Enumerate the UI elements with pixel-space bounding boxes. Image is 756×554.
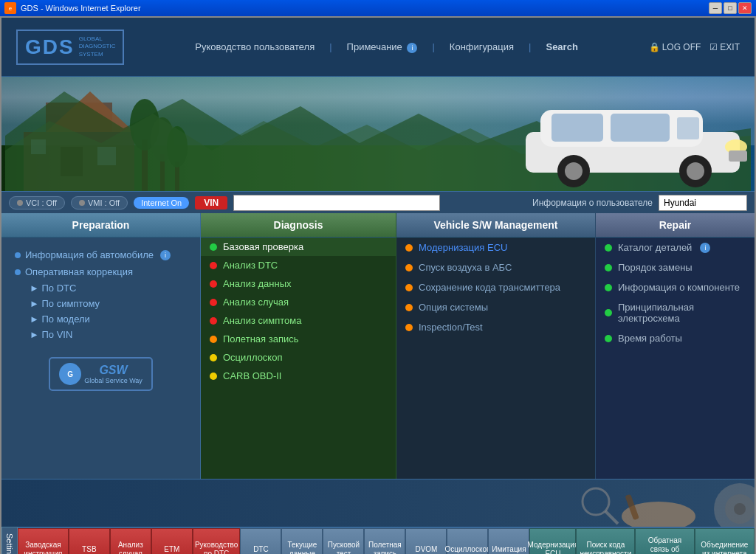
case-dot [210,299,217,306]
catalog-dot [605,244,612,252]
svg-rect-16 [611,114,670,142]
dtc-dot [210,262,217,269]
flight-dot [210,336,217,343]
sub-dtc[interactable]: ► По DTC [25,280,191,296]
toolbar-current-data[interactable]: Текущие данные [281,528,323,554]
toolbar-dtc[interactable]: DTC [240,528,281,554]
header: GDS GLOBAL DIAGNOSTIC SYSTEM Руководство… [1,18,755,77]
oscilloscope-dot [210,354,217,361]
toolbar-case[interactable]: Анализ случая [110,528,151,554]
vsw-option[interactable]: Опция системы [396,297,595,317]
toolbar-integration[interactable]: Объединение из интернета [695,528,755,554]
toolbar-etm[interactable]: ETM [151,528,193,554]
basic-dot [210,243,217,251]
toolbar-flight[interactable]: Полетная запись [364,528,405,554]
titlebar: e GDS - Windows Internet Explorer ─ □ ✕ [0,0,756,16]
toolbar-oscilloscope[interactable]: Осциллоскоп [447,528,488,554]
inspection-dot [405,324,413,331]
toolbar-tsb[interactable]: TSB [69,528,110,554]
vsw-header: Vehicle S/W Management [396,213,595,238]
bottom-area: Setting Заводская инструкция TSB Анализ … [1,527,755,554]
logo-gds: GDS [25,35,75,59]
svg-point-30 [734,503,746,515]
diag-flight[interactable]: Полетная запись [201,330,396,348]
car-info-item[interactable]: Информация об автомобиле i [10,246,191,263]
vsw-transmitter[interactable]: Сохранение кода трансмиттера [396,277,595,297]
close-button[interactable]: ✕ [738,2,752,14]
note-info-icon: i [407,43,417,53]
gsw-text: GSW [84,364,142,377]
user-info-label: Информация о пользователе [532,198,653,208]
transmitter-dot [405,284,413,291]
content-area: Preparation Информация об автомобиле i О… [1,213,755,479]
toolbar-launch-test[interactable]: Пусковой тест [323,528,364,554]
nav-divider-1: | [329,41,331,52]
minimize-button[interactable]: ─ [709,2,722,14]
logo-box: GDS GLOBAL DIAGNOSTIC SYSTEM [16,30,124,65]
repair-schema[interactable]: Принципиальная электросхема [596,297,755,328]
diagnosis-items: Базовая проверка Анализ DTC Анализ данны… [201,238,396,385]
svg-rect-17 [677,117,699,139]
exit-checkbox-icon: ☑ [709,42,718,52]
toolbar-ecu-update[interactable]: Модернизация ECU [529,528,576,554]
vmi-dot [79,200,85,206]
repair-time[interactable]: Время работы [596,328,755,348]
logo-sub3: SYSTEM [79,51,116,58]
maximize-button[interactable]: □ [724,2,737,14]
gsw-logo-area: G GSW Global Service Way [10,357,191,391]
setting-tab[interactable]: Setting [1,527,18,554]
sub-model[interactable]: ► По модели [25,311,191,327]
correction-item[interactable]: Оперативная коррекция [10,263,191,280]
diag-oscilloscope[interactable]: Осциллоскоп [201,348,396,367]
nav-divider-2: | [432,41,434,52]
vsw-ecu[interactable]: Модернизация ECU [396,238,595,257]
diag-dtc[interactable]: Анализ DTC [201,256,396,274]
vsw-items: Модернизация ECU Спуск воздуха в АБС Сох… [396,238,595,337]
logoff-button[interactable]: 🔒 LOG OFF [649,42,701,52]
titlebar-title: GDS - Windows Internet Explorer [21,4,709,13]
sub-symptom[interactable]: ► По симптому [25,296,191,311]
nav-note[interactable]: Примечание i [347,41,418,53]
main-container: GDS GLOBAL DIAGNOSTIC SYSTEM Руководство… [0,16,756,554]
toolbar-fault-search[interactable]: Поиск кода неисправности [576,528,635,554]
bottom-toolbar: Заводская инструкция TSB Анализ случая E… [18,527,755,554]
vsw-abs[interactable]: Спуск воздуха в АБС [396,257,595,277]
correction-dot [15,269,21,275]
exit-button[interactable]: ☑ EXIT [709,42,740,52]
diag-symptom[interactable]: Анализ симптома [201,311,396,330]
toolbar-factory[interactable]: Заводская инструкция [18,528,69,554]
toolbar-imitation[interactable]: Имитация [488,528,529,554]
repair-catalog[interactable]: Каталог деталей i [596,238,755,257]
pen-hand-icon [585,479,695,527]
nav-config[interactable]: Конфигурация [450,41,514,52]
nav-search[interactable]: Search [546,41,577,52]
repair-items: Каталог деталей i Порядок замены Информа… [596,238,755,348]
diag-basic[interactable]: Базовая проверка [201,238,396,256]
car-info-dot [15,252,21,258]
diagnosis-column: Diagnosis Базовая проверка Анализ DTC Ан… [201,213,396,479]
brake-disc-icon [695,479,755,527]
preparation-header: Preparation [1,213,200,238]
sub-vin[interactable]: ► По VIN [25,327,191,342]
statusbar: VCI : Off VMI : Off Internet On VIN Инфо… [1,191,755,213]
component-dot [605,284,612,291]
schema-dot [605,309,612,316]
svg-point-19 [565,162,583,180]
diag-case[interactable]: Анализ случая [201,293,396,311]
toolbar-feedback[interactable]: Обратная связь об ошибки [635,528,694,554]
vsw-inspection[interactable]: Inspection/Test [396,317,595,337]
repair-order[interactable]: Порядок замены [596,257,755,277]
nav-manual[interactable]: Руководство пользователя [195,41,315,52]
banner [1,77,755,191]
vin-input[interactable] [233,195,440,211]
toolbar-dvom[interactable]: DVOM [405,528,447,554]
vci-dot [17,200,23,206]
diag-data[interactable]: Анализ данных [201,274,396,293]
repair-header: Repair [596,213,755,238]
data-dot [210,280,217,288]
repair-component[interactable]: Информация о компоненте [596,277,755,297]
toolbar-manual-dtc[interactable]: Руководство по DTC [193,528,241,554]
app-icon: e [4,2,16,14]
user-info-input[interactable] [659,195,747,211]
diag-carb[interactable]: CARB OBD-II [201,367,396,385]
